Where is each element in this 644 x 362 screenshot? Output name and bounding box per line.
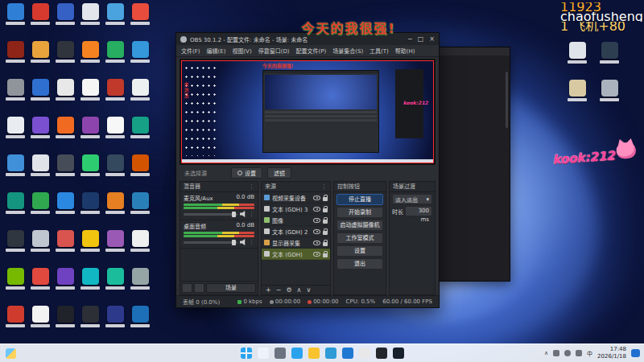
desktop-icon[interactable] [3, 117, 27, 154]
desktop-icon[interactable] [103, 192, 127, 230]
menu-item[interactable]: 停靠窗口(D) [258, 47, 290, 55]
desktop-icon[interactable] [597, 80, 621, 117]
control-button[interactable]: 退出 [336, 258, 383, 269]
tray-icon[interactable] [564, 350, 571, 356]
lock-icon[interactable] [323, 231, 328, 235]
desktop-icon[interactable] [53, 79, 77, 117]
desktop-icon[interactable] [78, 268, 102, 306]
lock-icon[interactable] [323, 197, 328, 201]
language-indicator[interactable]: 中 [587, 349, 592, 357]
desktop-icon[interactable] [128, 154, 152, 192]
controls-dock-title[interactable]: 控制按钮 [334, 182, 386, 192]
control-button[interactable]: 工作室模式 [336, 232, 383, 244]
channel-menu-icon[interactable]: ⋮ [249, 211, 254, 217]
desktop-icon[interactable] [103, 230, 127, 268]
desktop-icon[interactable] [103, 3, 127, 41]
desktop-icon[interactable] [53, 268, 77, 306]
control-button[interactable]: 启动虚拟摄像机 [336, 220, 383, 231]
sources-toolbar-button[interactable]: ⚙ [286, 286, 291, 294]
dock-menu-icon[interactable]: ⋮ [249, 182, 254, 191]
desktop-icon[interactable] [128, 41, 152, 79]
lock-icon[interactable] [323, 242, 328, 246]
source-row[interactable]: 文本 (GDH) [262, 249, 330, 260]
desktop-icon[interactable] [28, 230, 52, 268]
taskbar-app-icon[interactable] [258, 348, 269, 359]
tray-icon[interactable] [553, 350, 559, 356]
desktop-icon[interactable] [128, 230, 152, 268]
desktop-icon[interactable] [128, 79, 152, 117]
desktop-icon[interactable] [103, 268, 127, 306]
transitions-dock-title[interactable]: 场景过渡 [390, 182, 435, 192]
visibility-eye-icon[interactable] [313, 229, 320, 234]
menu-item[interactable]: 编辑(E) [207, 47, 226, 55]
visibility-eye-icon[interactable] [313, 218, 320, 223]
volume-slider[interactable] [184, 241, 237, 244]
lock-icon[interactable] [323, 208, 328, 212]
taskbar-app-icon[interactable] [241, 348, 252, 359]
desktop-icon[interactable] [3, 3, 27, 41]
desktop-icon[interactable] [28, 41, 52, 79]
clock[interactable]: 17:48 2026/1/18 [597, 346, 626, 360]
tray-chevron-icon[interactable]: ∧ [544, 350, 548, 356]
desktop-icon[interactable] [78, 306, 102, 343]
menu-item[interactable]: 场景集合(S) [332, 47, 363, 55]
taskbar-app-icon[interactable] [308, 348, 320, 359]
desktop-icon[interactable] [103, 154, 127, 192]
desktop-icon[interactable] [597, 42, 621, 80]
desktop-icon[interactable] [78, 230, 102, 268]
desktop-icon[interactable] [28, 306, 52, 343]
desktop-icon[interactable] [3, 41, 27, 79]
slider-knob[interactable] [232, 212, 236, 217]
speaker-icon[interactable] [240, 211, 246, 217]
dock-menu-icon[interactable]: ⋮ [321, 182, 327, 191]
background-window[interactable] [435, 47, 510, 282]
duration-input[interactable]: 300 ms [405, 206, 432, 216]
desktop-icon[interactable] [78, 117, 102, 154]
desktop-icon[interactable] [103, 41, 127, 79]
scenes-dock-tab[interactable]: 场景 [206, 283, 256, 293]
desktop-icon[interactable] [28, 117, 52, 154]
desktop-icon[interactable] [3, 306, 27, 343]
desktop-icon[interactable] [128, 268, 152, 306]
desktop-icon[interactable] [53, 306, 77, 343]
visibility-eye-icon[interactable] [313, 195, 320, 200]
source-row[interactable]: 视频采集设备 [262, 192, 330, 204]
tray-icon[interactable] [576, 350, 582, 356]
taskbar-app-icon[interactable] [275, 348, 286, 359]
desktop-icon[interactable] [53, 230, 77, 268]
desktop-icon[interactable] [565, 80, 589, 117]
mixer-dock-title[interactable]: 混音器⋮ [180, 182, 258, 192]
menu-item[interactable]: 配置文件(P) [296, 47, 327, 55]
desktop-icon[interactable] [53, 192, 77, 230]
control-button[interactable]: 停止直播 [336, 194, 383, 205]
desktop-icon[interactable] [3, 79, 27, 117]
mixer-adv-button[interactable] [194, 283, 204, 293]
taskbar-app-icon[interactable] [376, 348, 387, 359]
speaker-icon[interactable] [240, 239, 246, 245]
desktop-icon[interactable] [53, 3, 77, 41]
desktop-icon[interactable] [78, 41, 102, 79]
desktop-icon[interactable] [3, 192, 27, 230]
desktop-icon[interactable] [128, 306, 152, 343]
menu-item[interactable]: 文件(F) [181, 47, 200, 55]
settings-button[interactable]: 设置 [231, 167, 262, 179]
notification-badge[interactable] [631, 349, 640, 357]
desktop-icon[interactable] [3, 268, 27, 306]
source-row[interactable]: 图像 [262, 215, 330, 226]
desktop-icon[interactable] [128, 117, 152, 154]
sources-toolbar-button[interactable]: ∧ [297, 286, 302, 294]
desktop-icon[interactable] [28, 79, 52, 117]
desktop-icon[interactable] [53, 154, 77, 192]
desktop-icon[interactable] [28, 154, 52, 192]
mixer-config-button[interactable] [182, 283, 192, 293]
widgets-weather-icon[interactable] [6, 348, 16, 359]
visibility-eye-icon[interactable] [313, 241, 320, 245]
control-button[interactable]: 开始录制 [336, 207, 383, 218]
filters-button[interactable]: 滤镜 [267, 167, 291, 179]
desktop-icon[interactable] [103, 117, 127, 154]
desktop-icon[interactable] [28, 268, 52, 306]
source-row[interactable]: 显示器采集 [262, 237, 330, 249]
source-row[interactable]: 文本 (GDH) 2 [262, 226, 330, 237]
desktop-icon[interactable] [28, 192, 52, 230]
slider-knob[interactable] [232, 240, 236, 245]
